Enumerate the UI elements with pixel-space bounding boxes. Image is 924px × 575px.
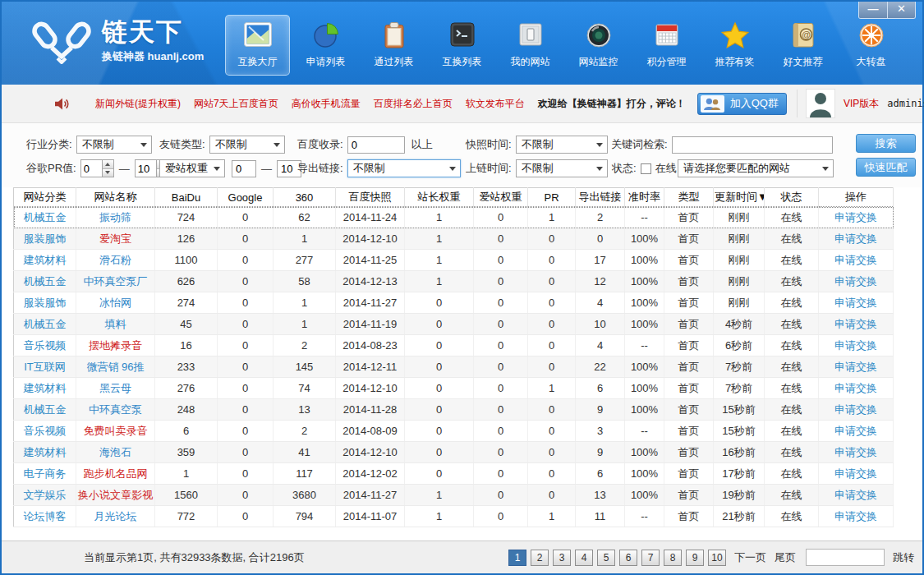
apply-exchange-link[interactable]: 申请交换: [819, 399, 894, 421]
nav-item-referral[interactable]: 推荐有奖: [702, 15, 767, 76]
match-site-select[interactable]: 请选择您要匹配的网站: [678, 159, 834, 177]
page-button-3[interactable]: 3: [553, 550, 571, 566]
column-header[interactable]: 操作: [819, 188, 894, 207]
link-type-select[interactable]: 不限制: [209, 136, 285, 154]
pr-max-input[interactable]: [135, 159, 156, 177]
page-button-2[interactable]: 2: [531, 550, 549, 566]
industry-select[interactable]: 不限制: [76, 136, 152, 154]
site-name-link[interactable]: 换小说文章影视: [76, 485, 155, 506]
page-button-6[interactable]: 6: [619, 550, 637, 566]
apply-exchange-link[interactable]: 申请交换: [819, 356, 894, 378]
baidu-included-input[interactable]: [347, 136, 405, 154]
apply-exchange-link[interactable]: 申请交换: [819, 335, 894, 356]
table-row[interactable]: 机械五金中环真空泵厂6260582014-12-1310012100%首页刚刚在…: [14, 271, 894, 292]
site-name-link[interactable]: 摆地摊录音: [76, 335, 155, 356]
table-row[interactable]: IT互联网微营销 96推23301452014-12-1100022100%首页…: [14, 356, 894, 378]
column-header[interactable]: 网站名称: [76, 188, 155, 207]
join-qq-group-button[interactable]: 加入QQ群: [697, 93, 787, 115]
site-name-link[interactable]: 振动筛: [76, 207, 155, 228]
page-button-4[interactable]: 4: [575, 550, 593, 566]
nav-item-exchange-list[interactable]: 互换列表: [430, 15, 494, 76]
spin-up-icon[interactable]: [103, 160, 113, 169]
site-name-link[interactable]: 中环真空泵: [76, 399, 155, 421]
table-row[interactable]: 建筑材料海泡石3590412014-12-100009100%首页16秒前在线申…: [14, 442, 894, 463]
notice-ad-link[interactable]: 软文发布平台: [466, 97, 525, 111]
nav-item-my-sites[interactable]: 我的网站: [498, 15, 563, 76]
column-header[interactable]: BaiDu: [155, 188, 218, 207]
table-row[interactable]: 建筑材料滑石粉110002772014-11-2510017100%首页刚刚在线…: [14, 250, 894, 271]
column-header[interactable]: 站长权重: [405, 188, 474, 207]
apply-exchange-link[interactable]: 申请交换: [819, 485, 894, 506]
vip-version-link[interactable]: VIP版本: [844, 97, 879, 111]
nav-item-wheel[interactable]: 大转盘: [839, 15, 903, 76]
export-links-select[interactable]: 不限制: [347, 159, 461, 177]
site-name-link[interactable]: 跑步机名品网: [76, 463, 155, 485]
notice-ad-link[interactable]: 高价收手机流量: [292, 97, 361, 111]
jump-button[interactable]: 跳转: [893, 550, 914, 565]
apply-exchange-link[interactable]: 申请交换: [819, 207, 894, 228]
page-button-5[interactable]: 5: [597, 550, 615, 566]
site-name-link[interactable]: 中环真空泵厂: [76, 271, 155, 292]
apply-exchange-link[interactable]: 申请交换: [819, 421, 894, 442]
nav-item-articles[interactable]: @好文推荐: [770, 15, 835, 76]
apply-exchange-link[interactable]: 申请交换: [819, 506, 894, 527]
table-row[interactable]: 文学娱乐换小说文章影视1560036802014-11-2710013100%首…: [14, 485, 894, 506]
minimize-button[interactable]: —: [859, 2, 887, 18]
snapshot-time-select[interactable]: 不限制: [516, 136, 608, 154]
site-name-link[interactable]: 滑石粉: [76, 250, 155, 271]
apply-exchange-link[interactable]: 申请交换: [819, 314, 894, 335]
column-header[interactable]: 爱站权重: [474, 188, 528, 207]
jump-page-input[interactable]: [806, 549, 885, 566]
quick-match-button[interactable]: 快速匹配: [856, 158, 916, 177]
page-button-1[interactable]: 1: [508, 550, 526, 566]
table-row[interactable]: 电子商务跑步机名品网101172014-12-020006100%首页17秒前在…: [14, 463, 894, 485]
notice-ad-link[interactable]: 百度排名必上首页: [374, 97, 453, 111]
notice-ad-link[interactable]: 网站7天上百度首页: [194, 97, 278, 111]
site-name-link[interactable]: 爱淘宝: [76, 228, 155, 250]
aizhan-weight-select[interactable]: 爱站权重: [159, 159, 225, 177]
column-header[interactable]: 网站分类: [14, 188, 76, 207]
keyword-search-input[interactable]: [672, 136, 833, 154]
nav-item-site-monitor[interactable]: 网站监控: [566, 15, 631, 76]
table-row[interactable]: 建筑材料黑云母2760742014-12-100016100%首页7秒前在线申请…: [14, 378, 894, 399]
site-name-link[interactable]: 填料: [76, 314, 155, 335]
nav-item-hall[interactable]: 互换大厅: [225, 15, 290, 76]
notice-ad-link[interactable]: 新闻外链(提升权重): [95, 97, 181, 111]
apply-exchange-link[interactable]: 申请交换: [819, 250, 894, 271]
table-row[interactable]: 服装服饰爱淘宝126012014-12-101000100%首页刚刚在线申请交换: [14, 228, 894, 250]
table-row[interactable]: 服装服饰冰怡网274012014-11-270004100%首页刚刚在线申请交换: [14, 292, 894, 314]
column-header[interactable]: 状态: [765, 188, 819, 207]
table-row[interactable]: 论坛博客月光论坛77207942014-11-0710111--首页21秒前在线…: [14, 506, 894, 527]
page-button-10[interactable]: 10: [708, 550, 726, 566]
next-page-link[interactable]: 下一页: [734, 550, 766, 565]
site-name-link[interactable]: 冰怡网: [76, 292, 155, 314]
table-row[interactable]: 音乐视频免费叫卖录音6022014-08-090003--首页15秒前在线申请交…: [14, 421, 894, 442]
apply-exchange-link[interactable]: 申请交换: [819, 442, 894, 463]
nav-item-points[interactable]: 积分管理: [634, 15, 699, 76]
site-name-link[interactable]: 黑云母: [76, 378, 155, 399]
online-checkbox[interactable]: [641, 163, 651, 174]
apply-exchange-link[interactable]: 申请交换: [819, 292, 894, 314]
column-header[interactable]: 类型: [664, 188, 714, 207]
apply-exchange-link[interactable]: 申请交换: [819, 228, 894, 250]
page-button-7[interactable]: 7: [641, 550, 660, 566]
column-header[interactable]: 360: [274, 188, 336, 207]
table-row[interactable]: 音乐视频摆地摊录音16022014-08-230004--首页6秒前在线申请交换: [14, 335, 894, 356]
site-name-link[interactable]: 月光论坛: [76, 506, 155, 527]
column-header[interactable]: 导出链接: [576, 188, 625, 207]
column-header[interactable]: Google: [218, 188, 274, 207]
table-row[interactable]: 机械五金中环真空泵2480132014-11-280009100%首页15秒前在…: [14, 399, 894, 421]
pr-min-input[interactable]: [80, 159, 102, 177]
apply-exchange-link[interactable]: 申请交换: [819, 378, 894, 399]
column-header[interactable]: 准时率: [625, 188, 664, 207]
search-button[interactable]: 搜索: [856, 134, 916, 153]
apply-exchange-link[interactable]: 申请交换: [819, 463, 894, 485]
site-name-link[interactable]: 海泡石: [76, 442, 155, 463]
column-header[interactable]: PR: [528, 188, 576, 207]
nav-item-passed-list[interactable]: 通过列表: [361, 15, 426, 76]
site-name-link[interactable]: 免费叫卖录音: [76, 421, 155, 442]
nav-item-apply-list[interactable]: 申请列表: [293, 15, 358, 76]
last-page-link[interactable]: 尾页: [775, 550, 796, 565]
uplink-time-select[interactable]: 不限制: [516, 159, 608, 177]
column-header[interactable]: 百度快照: [336, 188, 405, 207]
